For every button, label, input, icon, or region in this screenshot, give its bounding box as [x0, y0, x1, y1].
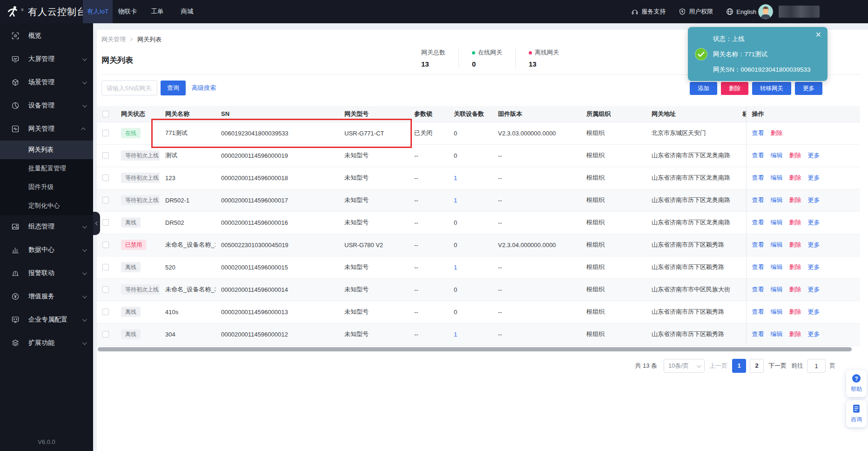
row-action-view[interactable]: 查看	[752, 219, 764, 226]
row-action-delete[interactable]: 删除	[789, 219, 801, 226]
sidebar-item-data-center[interactable]: 数据中心	[0, 238, 93, 262]
row-checkbox[interactable]	[102, 197, 109, 203]
consult-widget[interactable]: 咨询	[846, 400, 867, 427]
sidebar-subitem-firmware-upgrade[interactable]: 固件升级	[0, 178, 93, 196]
table-row: 在线771测试00601923041800039533USR-G771-CT已关…	[97, 122, 860, 144]
query-button[interactable]: 查询	[161, 81, 186, 95]
row-action-more[interactable]: 更多	[808, 152, 820, 159]
row-action-more[interactable]: 更多	[808, 330, 820, 337]
sidebar-item-alarm[interactable]: 报警联动	[0, 262, 93, 285]
row-action-delete[interactable]: 删除	[789, 263, 801, 270]
row-action-delete[interactable]: 删除	[789, 241, 801, 248]
page-button-2[interactable]: 2	[750, 359, 764, 373]
row-action-view[interactable]: 查看	[752, 330, 764, 337]
device-count-link[interactable]: 1	[454, 264, 457, 271]
advanced-search-link[interactable]: 高级搜索	[192, 84, 216, 92]
row-action-delete[interactable]: 删除	[771, 129, 783, 136]
row-action-more[interactable]: 更多	[808, 174, 820, 181]
row-action-more[interactable]: 更多	[808, 263, 820, 270]
sidebar-item-hmi[interactable]: 组态管理	[0, 215, 93, 238]
row-checkbox[interactable]	[102, 264, 109, 270]
transfer-button[interactable]: 转移网关	[752, 82, 791, 95]
row-action-edit[interactable]: 编辑	[771, 219, 783, 226]
row-action-edit[interactable]: 编辑	[771, 196, 783, 203]
sidebar-item-extension[interactable]: 扩展功能	[0, 331, 93, 355]
page-button-1[interactable]: 1	[732, 359, 746, 373]
row-action-more[interactable]: 更多	[808, 219, 820, 226]
sidebar-item-value-added[interactable]: 增值服务	[0, 285, 93, 308]
search-input[interactable]	[101, 81, 157, 95]
row-action-more[interactable]: 更多	[808, 241, 820, 248]
avatar[interactable]	[758, 4, 773, 19]
cell-clipped	[742, 122, 746, 144]
app-logo[interactable]: ® 有人云控制台	[0, 5, 76, 18]
topbar-permission-link[interactable]: 用户权限	[679, 7, 713, 16]
sidebar-item-screen[interactable]: 大屏管理	[0, 47, 93, 71]
row-action-view[interactable]: 查看	[752, 196, 764, 203]
prev-page-button[interactable]: 上一页	[709, 362, 727, 370]
row-checkbox[interactable]	[102, 175, 109, 181]
device-count-link[interactable]: 1	[454, 175, 457, 182]
row-checkbox[interactable]	[102, 242, 109, 248]
row-checkbox[interactable]	[102, 130, 109, 136]
row-action-view[interactable]: 查看	[752, 263, 764, 270]
topbar-support-link[interactable]: 服务支持	[631, 7, 666, 16]
row-action-delete[interactable]: 删除	[789, 196, 801, 203]
top-tab-work-order[interactable]: 工单	[142, 0, 172, 23]
row-action-more[interactable]: 更多	[808, 286, 820, 293]
username-redacted[interactable]	[779, 6, 820, 18]
row-checkbox[interactable]	[102, 219, 109, 226]
page-jump-input[interactable]	[807, 359, 826, 373]
row-checkbox[interactable]	[102, 286, 109, 293]
row-action-edit[interactable]: 编辑	[771, 263, 783, 270]
row-action-edit[interactable]: 编辑	[771, 241, 783, 248]
device-icon	[12, 102, 19, 109]
row-checkbox[interactable]	[102, 331, 109, 337]
row-action-delete[interactable]: 删除	[789, 308, 801, 315]
row-action-edit[interactable]: 编辑	[771, 152, 783, 159]
row-action-edit[interactable]: 编辑	[771, 308, 783, 315]
sidebar-subitem-customization[interactable]: 定制化中心	[0, 196, 93, 215]
row-action-delete[interactable]: 删除	[789, 330, 801, 337]
next-page-button[interactable]: 下一页	[768, 362, 787, 370]
delete-button[interactable]: 删除	[721, 82, 748, 95]
sidebar-item-scene[interactable]: 场景管理	[0, 71, 93, 94]
row-action-more[interactable]: 更多	[808, 196, 820, 203]
add-button[interactable]: 添加	[690, 82, 717, 95]
page-size-select[interactable]: 10条/页	[664, 359, 705, 373]
row-action-view[interactable]: 查看	[752, 308, 764, 315]
topbar-language-link[interactable]: English	[726, 8, 756, 15]
device-count-link[interactable]: 1	[454, 197, 457, 204]
row-action-view[interactable]: 查看	[752, 129, 764, 136]
select-all-checkbox[interactable]	[102, 111, 109, 117]
top-tab-iot-card[interactable]: 物联卡	[113, 0, 142, 23]
sidebar-item-overview[interactable]: 概览	[0, 24, 93, 47]
breadcrumb-parent[interactable]: 网关管理	[101, 35, 126, 44]
row-checkbox[interactable]	[102, 309, 109, 315]
row-action-view[interactable]: 查看	[752, 286, 764, 293]
row-action-more[interactable]: 更多	[808, 308, 820, 315]
sidebar-subitem-batch-config[interactable]: 批量配置管理	[0, 159, 93, 178]
row-action-view[interactable]: 查看	[752, 174, 764, 181]
row-action-delete[interactable]: 删除	[789, 152, 801, 159]
horizontal-scrollbar[interactable]	[98, 347, 852, 351]
row-action-edit[interactable]: 编辑	[771, 286, 783, 293]
row-action-delete[interactable]: 删除	[789, 286, 801, 293]
top-tab-mall[interactable]: 商城	[172, 0, 202, 23]
device-count-link[interactable]: 1	[454, 331, 457, 338]
row-action-edit[interactable]: 编辑	[771, 330, 783, 337]
help-widget[interactable]: ? 帮助	[846, 370, 867, 397]
sidebar-item-gateway[interactable]: 网关管理	[0, 117, 93, 141]
more-button[interactable]: 更多	[795, 82, 822, 95]
row-checkbox[interactable]	[102, 152, 109, 159]
close-icon[interactable]: ✕	[815, 31, 821, 39]
row-action-delete[interactable]: 删除	[789, 174, 801, 181]
sidebar-item-device[interactable]: 设备管理	[0, 94, 93, 117]
sidebar-subitem-gateway-list[interactable]: 网关列表	[0, 141, 93, 159]
row-action-view[interactable]: 查看	[752, 152, 764, 159]
row-action-edit[interactable]: 编辑	[771, 174, 783, 181]
row-action-view[interactable]: 查看	[752, 241, 764, 248]
sidebar-item-enterprise[interactable]: 企业专属配置	[0, 308, 93, 331]
top-tab-usr-iot[interactable]: 有人IoT	[83, 0, 113, 23]
sidebar-collapse-handle[interactable]	[93, 212, 100, 235]
